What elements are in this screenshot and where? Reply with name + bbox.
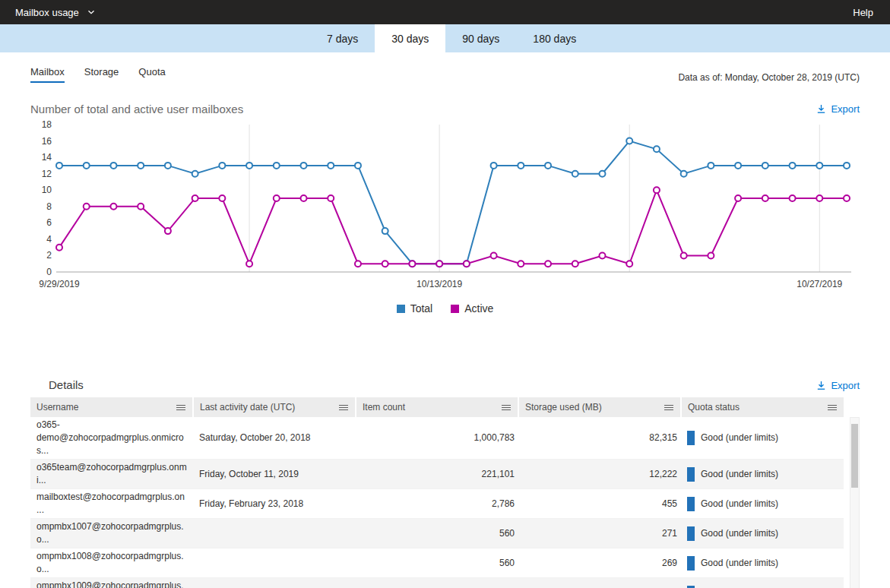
column-header-quota-status: Quota status	[681, 397, 844, 417]
data-point-active	[762, 195, 768, 201]
cell-storage-used: 455	[518, 489, 681, 519]
data-point-active	[464, 261, 470, 267]
data-point-active	[84, 204, 90, 210]
cell-username: ompmbx1009@zohocorpadmgrplus.o...	[30, 578, 193, 588]
data-point-active	[192, 195, 198, 201]
cell-storage-used: 12,222	[518, 460, 681, 489]
report-switcher[interactable]: Mailbox usage	[15, 7, 96, 18]
cell-username: ompmbx1008@zohocorpadmgrplus.o...	[30, 548, 193, 578]
quota-status-bar	[687, 497, 695, 511]
details-table-body: o365-demo@zohocorpadmgrplus.onmicros...S…	[30, 417, 844, 588]
cell-storage-used: 259	[518, 578, 681, 588]
data-point-total	[192, 171, 198, 177]
series-line-total	[59, 141, 847, 264]
cell-storage-used: 269	[518, 548, 681, 578]
cell-username: o365-demo@zohocorpadmgrplus.onmicros...	[30, 417, 193, 460]
table-row[interactable]: o365-demo@zohocorpadmgrplus.onmicros...S…	[30, 417, 844, 460]
column-menu-icon[interactable]	[664, 402, 674, 413]
cell-last-activity: Friday, February 23, 2018	[193, 489, 356, 519]
table-row[interactable]: ompmbx1009@zohocorpadmgrplus.o...372259G…	[30, 578, 844, 588]
chart-export-label: Export	[831, 103, 860, 115]
data-point-total	[626, 138, 632, 144]
tab-storage[interactable]: Storage	[84, 66, 119, 83]
data-point-active	[491, 252, 497, 258]
topbar: Mailbox usage Help	[0, 0, 890, 24]
table-row[interactable]: o365team@zohocorpadmgrplus.onmi...Friday…	[30, 460, 844, 489]
svg-text:4: 4	[46, 234, 52, 245]
data-point-total	[681, 171, 687, 177]
legend-label-active: Active	[464, 302, 493, 315]
cell-quota-status: Good (under limits)	[681, 578, 844, 588]
data-point-active	[138, 204, 144, 210]
data-point-active	[844, 195, 850, 201]
quota-status-bar	[687, 586, 695, 588]
data-point-active	[708, 252, 714, 258]
details-header-row: UsernameLast activity date (UTC)Item cou…	[30, 397, 844, 417]
legend-item-total: Total	[397, 302, 433, 315]
quota-status-bar	[687, 556, 695, 571]
data-point-active	[409, 261, 415, 267]
data-point-active	[654, 187, 660, 193]
data-point-active	[382, 261, 388, 267]
cell-quota-status: Good (under limits)	[681, 417, 844, 460]
cell-storage-used: 82,315	[518, 417, 681, 460]
data-point-total	[816, 163, 822, 169]
svg-text:18: 18	[42, 119, 52, 130]
period-tab-90-days[interactable]: 90 days	[445, 24, 516, 52]
legend-swatch-total	[397, 305, 405, 313]
chart-export-button[interactable]: Export	[816, 103, 860, 115]
period-tab-30-days[interactable]: 30 days	[375, 24, 445, 52]
cell-last-activity	[193, 548, 356, 578]
period-tab-7-days[interactable]: 7 days	[310, 24, 375, 52]
column-menu-icon[interactable]	[827, 402, 838, 413]
usage-chart: 0246810121416189/29/201910/13/201910/27/…	[30, 119, 860, 295]
period-tab-180-days[interactable]: 180 days	[516, 24, 593, 52]
tab-mailbox[interactable]: Mailbox	[30, 66, 65, 83]
cell-last-activity	[193, 519, 356, 548]
cell-item-count: 560	[356, 548, 518, 578]
data-point-total	[790, 163, 796, 169]
legend-item-active: Active	[451, 302, 493, 315]
data-point-active	[599, 252, 605, 258]
details-table: UsernameLast activity date (UTC)Item cou…	[30, 397, 844, 588]
data-point-total	[382, 228, 388, 234]
data-point-total	[301, 163, 307, 169]
column-label-quota-status: Quota status	[688, 402, 740, 413]
table-row[interactable]: ompmbx1008@zohocorpadmgrplus.o...560269G…	[30, 548, 844, 578]
details-export-label: Export	[831, 380, 860, 391]
column-menu-icon[interactable]	[338, 402, 349, 413]
quota-status-text: Good (under limits)	[701, 432, 778, 444]
table-scrollbar[interactable]	[850, 417, 860, 588]
report-tabs: MailboxStorageQuota	[30, 66, 166, 83]
quota-status-text: Good (under limits)	[701, 557, 778, 570]
table-row[interactable]: ompmbx1007@zohocorpadmgrplus.o...560271G…	[30, 519, 844, 548]
data-point-total	[491, 163, 497, 169]
quota-status-bar	[687, 526, 695, 541]
download-icon	[816, 103, 827, 115]
subtabs-row: MailboxStorageQuota Data as of: Monday, …	[30, 66, 860, 83]
tab-quota[interactable]: Quota	[138, 66, 165, 83]
details-export-button[interactable]: Export	[816, 380, 860, 391]
data-point-total	[844, 163, 850, 169]
cell-storage-used: 271	[518, 519, 681, 548]
cell-quota-status: Good (under limits)	[681, 519, 844, 548]
column-menu-icon[interactable]	[501, 402, 512, 413]
data-point-total	[219, 163, 225, 169]
chart-header: Number of total and active user mailboxe…	[30, 103, 860, 115]
data-point-total	[274, 163, 280, 169]
table-row[interactable]: mailboxtest@zohocorpadmgrplus.on...Frida…	[30, 489, 844, 519]
series-line-active	[59, 190, 847, 264]
help-link[interactable]: Help	[853, 7, 873, 18]
data-point-total	[708, 163, 714, 169]
column-menu-icon[interactable]	[176, 402, 186, 413]
legend-label-total: Total	[410, 302, 433, 315]
download-icon	[816, 380, 827, 391]
scrollbar-thumb[interactable]	[851, 424, 858, 488]
column-header-item-count: Item count	[356, 397, 518, 417]
data-point-total	[654, 146, 660, 152]
data-point-active	[274, 195, 280, 201]
column-label-storage-used-mb: Storage used (MB)	[525, 402, 602, 413]
column-label-last-activity-date-utc: Last activity date (UTC)	[200, 402, 295, 413]
data-point-active	[165, 228, 171, 234]
cell-last-activity	[193, 578, 356, 588]
